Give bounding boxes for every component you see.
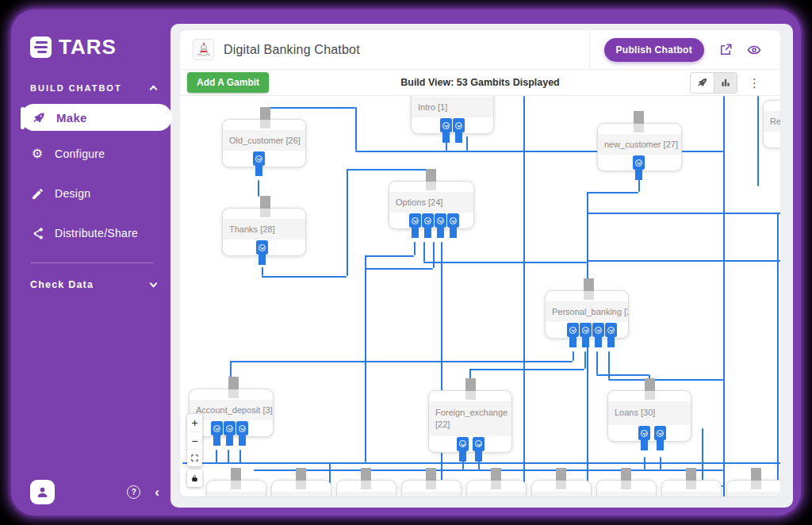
gambit-node[interactable]: [726, 480, 780, 496]
output-port-icon[interactable]: [633, 155, 645, 170]
connector-line: [587, 260, 780, 262]
chevron-down-icon: [150, 280, 158, 288]
connector-line: [414, 242, 416, 255]
gambit-node[interactable]: [596, 480, 657, 496]
help-icon[interactable]: ?: [127, 485, 140, 499]
toolbar-right: ⋮: [690, 72, 760, 94]
flow-canvas[interactable]: + − Intro [1]Old_customer [26]new_custom…: [180, 96, 780, 496]
connector-line: [757, 96, 759, 186]
output-port-icon[interactable]: [654, 426, 666, 440]
input-connector-tab: [465, 378, 476, 400]
zoom-in-button[interactable]: +: [187, 414, 202, 431]
sidebar-item-configure[interactable]: ⚙ Configure: [11, 137, 170, 171]
user-avatar-button[interactable]: [30, 480, 55, 504]
connector-line: [584, 351, 586, 369]
gambit-node[interactable]: Options [24]: [389, 181, 474, 229]
gambit-node-label: [207, 492, 266, 496]
output-port-icon[interactable]: [409, 213, 421, 228]
gambit-node[interactable]: Intro [1]: [411, 96, 494, 134]
sidebar-item-distribute-share[interactable]: Distribute/Share: [11, 217, 170, 250]
output-port-icon[interactable]: [592, 323, 604, 337]
input-connector-tab: [751, 468, 761, 489]
gambit-node[interactable]: [531, 480, 592, 496]
connector-line: [254, 469, 723, 471]
gambit-node[interactable]: Loans [30]: [607, 390, 691, 442]
canvas-zoom-controls: + −: [187, 414, 202, 487]
output-port-icon[interactable]: [435, 213, 446, 228]
analytics-view-barchart-icon[interactable]: [714, 73, 737, 93]
publish-chatbot-button[interactable]: Publish Chatbot: [604, 38, 705, 62]
logo[interactable]: TARS: [11, 10, 170, 59]
app-window: TARS BUILD CHATBOT Make ⚙ Configure: [11, 10, 801, 515]
connector-line: [347, 169, 348, 276]
connector-line: [182, 462, 780, 464]
section-check-data[interactable]: Check Data: [11, 279, 170, 290]
output-port-icon[interactable]: [457, 437, 469, 451]
add-gambit-button[interactable]: Add A Gambit: [187, 72, 269, 93]
sidebar-divider: [30, 262, 153, 263]
connector-line: [433, 242, 435, 268]
gambit-node[interactable]: Foreign_exchange [22]: [428, 390, 512, 453]
gambit-node-label: [597, 492, 656, 496]
gambit-node[interactable]: [401, 480, 462, 496]
header-actions: Publish Chatbot: [589, 30, 762, 69]
output-ports: [440, 118, 465, 132]
preview-eye-icon[interactable]: [747, 43, 761, 57]
rocket-icon: [32, 110, 46, 125]
sidebar-footer: ? ‹: [11, 480, 159, 504]
connector-line: [777, 213, 779, 496]
gambit-node[interactable]: Old_customer [26]: [222, 119, 306, 167]
output-port-icon[interactable]: [256, 240, 268, 255]
output-ports: [253, 151, 265, 166]
view-mode-toggle: [690, 72, 737, 94]
sidebar-item-make[interactable]: Make: [21, 104, 172, 131]
output-port-icon[interactable]: [605, 323, 617, 337]
output-port-icon[interactable]: [447, 213, 459, 228]
input-connector-tab: [296, 468, 306, 489]
gambit-node[interactable]: [661, 480, 722, 496]
tars-logo-icon: [30, 36, 52, 58]
output-port-icon[interactable]: [211, 421, 223, 435]
gambit-node[interactable]: Personal_banking [2]: [545, 290, 629, 339]
pencil-icon: [30, 186, 44, 201]
output-port-icon[interactable]: [224, 421, 236, 435]
input-connector-tab: [584, 278, 594, 300]
open-external-icon[interactable]: [718, 43, 733, 57]
gambit-node[interactable]: new_customer [27]: [597, 123, 682, 171]
gambit-node[interactable]: Thanks [28]: [222, 208, 306, 256]
output-port-icon[interactable]: [253, 151, 265, 166]
output-port-icon[interactable]: [638, 426, 650, 440]
fit-view-icon[interactable]: [187, 449, 202, 466]
output-port-icon[interactable]: [440, 118, 452, 132]
connector-line: [228, 450, 229, 463]
output-port-icon[interactable]: [453, 118, 465, 132]
gambit-node[interactable]: [466, 480, 527, 496]
section-build-chatbot[interactable]: BUILD CHATBOT: [11, 83, 170, 93]
lock-box: [187, 469, 202, 487]
zoom-out-button[interactable]: −: [187, 431, 202, 449]
chatbot-avatar: [193, 39, 214, 60]
input-connector-tab: [686, 468, 696, 489]
gambit-node-label: Options [24]: [389, 192, 473, 213]
gambit-node[interactable]: [206, 480, 266, 496]
gambit-node[interactable]: [271, 480, 331, 496]
connector-line: [262, 267, 263, 276]
more-options-kebab-icon[interactable]: ⋮: [749, 77, 760, 89]
gambit-node[interactable]: [336, 480, 396, 496]
output-port-icon[interactable]: [236, 421, 248, 435]
zoom-box: + −: [187, 414, 202, 466]
sidebar-item-label: Make: [56, 111, 87, 125]
output-ports: [211, 421, 248, 435]
sidebar-item-design[interactable]: Design: [11, 177, 170, 210]
output-port-icon[interactable]: [422, 213, 434, 228]
gambit-node[interactable]: Re: [763, 100, 780, 148]
gambit-node-label: Intro [1]: [412, 97, 493, 117]
flow-view-rocket-icon[interactable]: [691, 73, 714, 93]
output-port-icon[interactable]: [473, 437, 485, 451]
output-port-icon[interactable]: [567, 323, 579, 337]
gambit-node-label: Personal_banking [2]: [546, 301, 628, 322]
output-ports: [457, 437, 485, 451]
collapse-sidebar-icon[interactable]: ‹: [155, 485, 159, 499]
lock-icon[interactable]: [187, 469, 202, 487]
output-port-icon[interactable]: [580, 323, 592, 337]
